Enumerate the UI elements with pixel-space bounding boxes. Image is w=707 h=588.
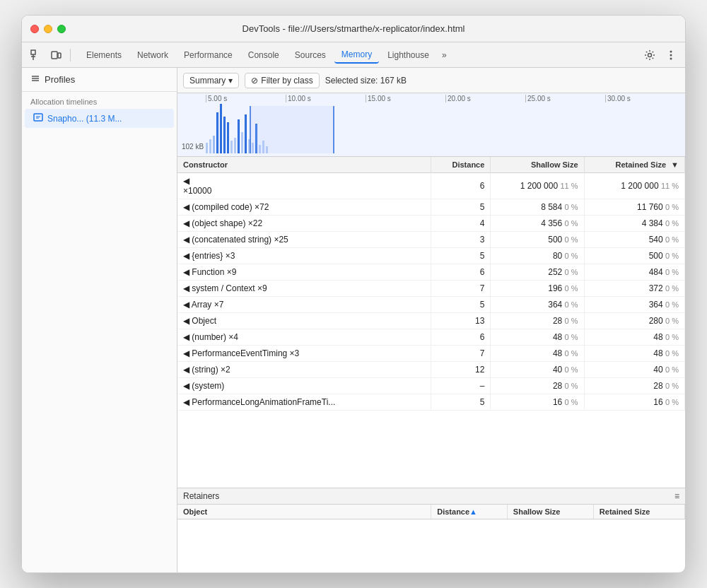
nav-toolbar: Elements Network Performance Console Sou…: [22, 42, 685, 68]
svg-rect-4: [58, 53, 61, 58]
cell-retained: 484 0 %: [584, 264, 684, 281]
allocation-section-label: Allocation timelines: [22, 92, 177, 109]
tab-lighthouse[interactable]: Lighthouse: [380, 47, 436, 63]
table-row[interactable]: ◀ ×10000 6 1 200 000 11 % 1 200 000 11 %: [177, 173, 685, 199]
timeline-area[interactable]: 5.00 s 10.00 s 15.00 s 20.00 s 25.00 s 3…: [177, 93, 685, 157]
cell-constructor: ◀ (concatenated string) ×25: [177, 232, 431, 248]
snapshot-item[interactable]: Snapho... (11.3 M...: [25, 109, 174, 128]
cell-distance: 6: [431, 329, 491, 346]
content-panel: Summary ▾ ⊘ Filter by class Selected siz…: [177, 68, 685, 572]
tab-sources[interactable]: Sources: [288, 47, 333, 63]
table-row[interactable]: ◀ (system) – 28 0 % 28 0 %: [177, 378, 685, 394]
cell-distance: –: [431, 378, 491, 394]
tab-overflow[interactable]: »: [438, 47, 451, 63]
cell-shallow: 252 0 %: [491, 264, 584, 281]
settings-icon[interactable]: [641, 47, 658, 64]
timeline-bar-selected: [216, 112, 218, 153]
table-row[interactable]: ◀ (string) ×2 12 40 0 % 40 0 %: [177, 362, 685, 378]
svg-point-6: [670, 50, 672, 52]
summary-button[interactable]: Summary ▾: [183, 73, 239, 88]
th-shallow[interactable]: Shallow Size: [491, 157, 584, 173]
table-row[interactable]: ◀ PerformanceEventTiming ×3 7 48 0 % 48 …: [177, 346, 685, 362]
tab-elements[interactable]: Elements: [79, 47, 129, 63]
more-options-icon[interactable]: [662, 47, 679, 64]
cell-constructor: ◀ (system): [177, 378, 431, 394]
heap-table: Constructor Distance Shallow Size Retain…: [177, 157, 685, 411]
svg-point-7: [670, 54, 672, 56]
table-row[interactable]: ◀ (number) ×4 6 48 0 % 48 0 %: [177, 329, 685, 346]
tick-5s: 5.00 s: [206, 95, 286, 102]
tab-performance[interactable]: Performance: [177, 47, 240, 63]
th-distance[interactable]: Distance: [431, 157, 491, 173]
table-row[interactable]: ◀ Array ×7 5 364 0 % 364 0 %: [177, 297, 685, 313]
cell-distance: 5: [431, 394, 491, 411]
cell-retained: 40 0 %: [584, 362, 684, 378]
timeline-bar: [241, 132, 243, 153]
timeline-bar-selected: [238, 119, 240, 153]
timeline-bar-selected: [220, 104, 222, 153]
timeline-selection: [250, 106, 334, 153]
main-content: Profiles Allocation timelines Snapho... …: [22, 68, 685, 572]
timeline-bar: [209, 139, 211, 153]
cell-retained: 11 760 0 %: [584, 199, 684, 216]
cell-constructor: ◀ system / Context ×9: [177, 281, 431, 297]
cell-distance: 6: [431, 173, 491, 199]
tick-30s: 30.00 s: [605, 95, 685, 102]
cell-shallow: 48 0 %: [491, 329, 584, 346]
table-body: ◀ ×10000 6 1 200 000 11 % 1 200 000 11 %…: [177, 173, 685, 411]
timeline-bar: [230, 141, 233, 153]
table-row[interactable]: ◀ Object 13 28 0 % 280 0 %: [177, 313, 685, 329]
rth-shallow[interactable]: Shallow Size: [507, 505, 593, 519]
rth-retained[interactable]: Retained Size: [593, 505, 684, 519]
table-row[interactable]: ◀ PerformanceLongAnimationFrameTi... 5 1…: [177, 394, 685, 411]
tab-console[interactable]: Console: [241, 47, 286, 63]
inspect-element-icon[interactable]: [28, 47, 45, 64]
cell-distance: 6: [431, 264, 491, 281]
table-row[interactable]: ◀ (concatenated string) ×25 3 500 0 % 54…: [177, 232, 685, 248]
cell-constructor: ◀ ×10000: [177, 173, 431, 199]
minimize-button[interactable]: [44, 25, 52, 33]
tab-memory[interactable]: Memory: [334, 47, 379, 64]
cell-shallow: 500 0 %: [491, 232, 584, 248]
rth-object[interactable]: Object: [177, 505, 431, 519]
svg-point-5: [648, 53, 652, 57]
window-title: DevTools - file:///Users/stmarthe/x-repl…: [243, 23, 465, 34]
cell-retained: 280 0 %: [584, 313, 684, 329]
cell-constructor: ◀ (object shape) ×22: [177, 216, 431, 232]
retainer-header: Retainers ≡: [177, 488, 685, 505]
cell-retained: 364 0 %: [584, 297, 684, 313]
cell-retained: 4 384 0 %: [584, 216, 684, 232]
table-row[interactable]: ◀ Function ×9 6 252 0 % 484 0 %: [177, 264, 685, 281]
content-toolbar: Summary ▾ ⊘ Filter by class Selected siz…: [177, 68, 685, 93]
profiles-icon: [30, 74, 40, 86]
cell-constructor: ◀ {entries} ×3: [177, 248, 431, 264]
titlebar: DevTools - file:///Users/stmarthe/x-repl…: [22, 16, 685, 42]
summary-dropdown-arrow: ▾: [228, 76, 233, 86]
cell-distance: 5: [431, 297, 491, 313]
cell-constructor: ◀ (number) ×4: [177, 329, 431, 346]
tick-10s: 10.00 s: [286, 95, 366, 102]
table-row[interactable]: ◀ system / Context ×9 7 196 0 % 372 0 %: [177, 281, 685, 297]
th-retained[interactable]: Retained Size ▼: [584, 157, 684, 173]
rth-distance[interactable]: Distance▲: [431, 505, 508, 519]
table-row[interactable]: ◀ (compiled code) ×72 5 8 584 0 % 11 760…: [177, 199, 685, 216]
timeline-bar: [213, 136, 215, 153]
maximize-button[interactable]: [57, 25, 66, 33]
sidebar: Profiles Allocation timelines Snapho... …: [22, 68, 177, 572]
cell-distance: 13: [431, 313, 491, 329]
tab-network[interactable]: Network: [130, 47, 175, 63]
cell-retained: 500 0 %: [584, 248, 684, 264]
table-row[interactable]: ◀ (object shape) ×22 4 4 356 0 % 4 384 0…: [177, 216, 685, 232]
table-row[interactable]: ◀ {entries} ×3 5 80 0 % 500 0 %: [177, 248, 685, 264]
cell-distance: 3: [431, 232, 491, 248]
timeline-bar-selected: [227, 122, 229, 153]
data-table-container[interactable]: Constructor Distance Shallow Size Retain…: [177, 157, 685, 488]
th-constructor[interactable]: Constructor: [177, 157, 431, 173]
filter-by-class-button[interactable]: ⊘ Filter by class: [245, 73, 319, 88]
device-toolbar-icon[interactable]: [47, 47, 64, 64]
close-button[interactable]: [30, 25, 39, 33]
retainer-menu-icon[interactable]: ≡: [674, 491, 679, 501]
retainer-row-empty: [177, 519, 685, 562]
timeline-bar-selected: [245, 114, 247, 153]
snapshot-icon: [33, 112, 43, 124]
